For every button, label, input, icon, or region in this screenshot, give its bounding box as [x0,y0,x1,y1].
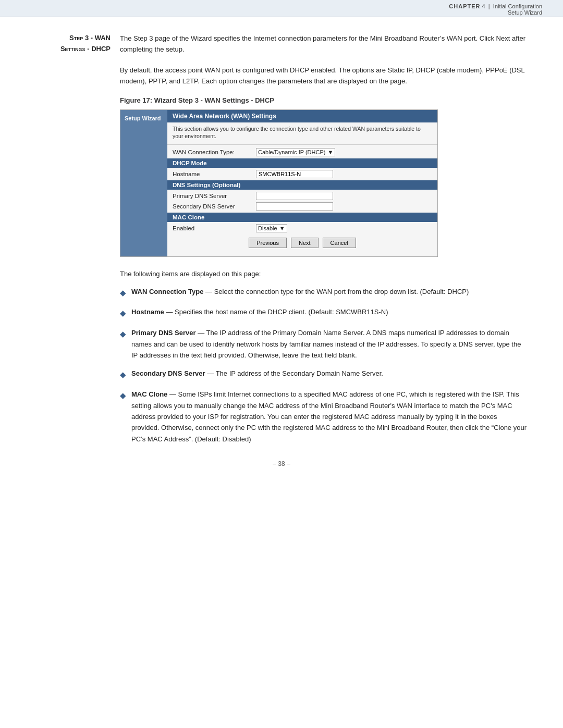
mac-section-header: MAC Clone [167,213,437,222]
bullet-body: Specifies the host name of the DHCP clie… [175,308,388,316]
wan-subtext: This section allows you to configure the… [167,122,437,145]
list-item: ◆ Hostname — Specifies the host name of … [120,306,527,320]
chapter-keyword: Chapter [449,3,480,9]
secondary-dns-label: Secondary DNS Server [173,203,256,209]
connection-type-select[interactable]: Cable/Dynamic IP (DHCP) ▼ [256,148,335,156]
bullet-text-primary-dns: Primary DNS Server — The IP address of t… [131,327,527,361]
step-labels: Step 3 - WAN Settings - DHCP [36,33,120,55]
wan-form: WAN Connection Type: Cable/Dynamic IP (D… [167,145,437,256]
bullet-icon: ◆ [120,328,126,341]
connection-type-label: WAN Connection Type: [173,149,256,155]
step-title-line2: Settings - DHCP [36,44,111,55]
bullet-term: MAC Clone [131,390,167,398]
next-button[interactable]: Next [291,238,319,248]
mac-dropdown-arrow-icon: ▼ [279,225,285,231]
page-number: – 38 – [36,460,527,478]
list-item: ◆ MAC Clone — Some ISPs limit Internet c… [120,389,527,445]
chapter-sub: Setup Wizard [21,9,542,16]
bullet-dash: — [207,369,215,377]
primary-dns-input[interactable] [256,192,333,200]
dns-section-header: DNS Settings (Optional) [167,180,437,190]
bullet-term: Hostname [131,308,164,316]
bullet-body: Select the connection type for the WAN p… [214,288,469,295]
mac-enabled-value: Disable [258,225,277,231]
main-content: Step 3 - WAN Settings - DHCP The Step 3 … [0,17,563,499]
bullet-text-hostname: Hostname — Specifies the host name of th… [131,306,527,317]
wan-section-title: Wide Area Network (WAN) Settings [167,110,437,122]
dropdown-arrow-icon: ▼ [327,149,333,155]
bullet-term: Secondary DNS Server [131,369,205,377]
bullet-text-secondary-dns: Secondary DNS Server — The IP address of… [131,368,527,379]
bullet-text-mac-clone: MAC Clone — Some ISPs limit Internet con… [131,389,527,445]
connection-type-row: WAN Connection Type: Cable/Dynamic IP (D… [173,148,432,156]
mac-enabled-row: Enabled Disable ▼ [173,224,432,232]
secondary-dns-row: Secondary DNS Server [173,202,432,211]
hostname-row: Hostname [173,170,432,178]
mac-enabled-label: Enabled [173,225,256,231]
list-item: ◆ Primary DNS Server — The IP address of… [120,327,527,361]
step-title-line1: Step 3 - WAN [36,33,111,44]
bullet-text-wan-connection: WAN Connection Type — Select the connect… [131,286,527,297]
chapter-label: Chapter 4 | Initial Configuration [21,3,542,9]
bullet-dash: — [205,288,214,295]
bullet-term: WAN Connection Type [131,288,203,295]
primary-dns-row: Primary DNS Server [173,192,432,200]
bullet-term: Primary DNS Server [131,329,196,337]
chapter-title: Initial Configuration [493,3,542,9]
dhcp-section-header: DHCP Mode [167,158,437,168]
figure-caption: Figure 17: Wizard Step 3 - WAN Settings … [120,96,527,104]
following-items-text: The following items are displayed on thi… [120,268,527,279]
page-header: Chapter 4 | Initial Configuration Setup … [0,0,563,17]
wan-screenshot: Setup Wizard Wide Area Network (WAN) Set… [120,109,438,257]
cancel-button[interactable]: Cancel [323,238,356,248]
chapter-number: 4 [482,3,485,9]
list-item: ◆ WAN Connection Type — Select the conne… [120,286,527,300]
wan-sidebar: Setup Wizard [120,110,167,256]
connection-type-value: Cable/Dynamic IP (DHCP) [258,149,325,155]
wan-sidebar-label: Setup Wizard [125,115,161,121]
list-item: ◆ Secondary DNS Server — The IP address … [120,368,527,381]
wan-button-row: Previous Next Cancel [173,238,432,253]
bullet-dash: — [198,329,206,337]
step-description: The Step 3 page of the Wizard specifies … [120,33,527,55]
mac-enabled-select[interactable]: Disable ▼ [256,224,287,232]
secondary-dns-input[interactable] [256,202,333,211]
step-block: Step 3 - WAN Settings - DHCP The Step 3 … [36,33,527,55]
wan-main: Wide Area Network (WAN) Settings This se… [167,110,437,256]
previous-button[interactable]: Previous [249,238,287,248]
bullet-dash: — [169,390,178,398]
hostname-input[interactable] [256,170,333,178]
bullet-icon: ◆ [120,368,126,381]
body-paragraph: By default, the access point WAN port is… [120,65,527,87]
hostname-label: Hostname [173,171,256,177]
chapter-separator: | [488,3,490,9]
bullet-icon: ◆ [120,389,126,402]
bullet-list: ◆ WAN Connection Type — Select the conne… [120,286,527,445]
bullet-body: The IP address of the Secondary Domain N… [216,369,383,377]
primary-dns-label: Primary DNS Server [173,193,256,199]
bullet-dash: — [166,308,175,316]
bullet-icon: ◆ [120,307,126,320]
bullet-body: Some ISPs limit Internet connections to … [131,390,527,443]
bullet-icon: ◆ [120,287,126,300]
